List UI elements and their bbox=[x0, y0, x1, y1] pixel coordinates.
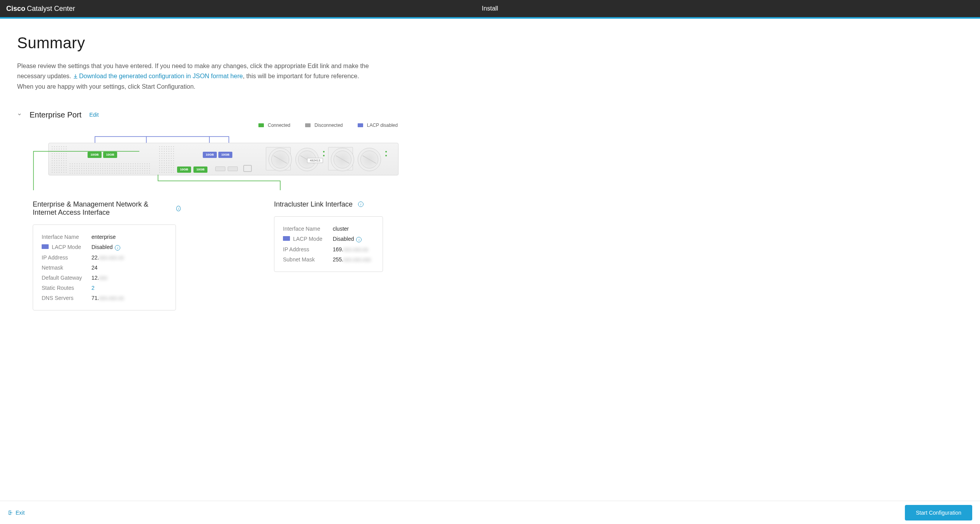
legend-connected: Connected bbox=[258, 123, 290, 128]
label: DNS Servers bbox=[42, 295, 91, 301]
vga-port bbox=[243, 165, 252, 172]
static-routes-link[interactable]: 2 bbox=[91, 285, 95, 291]
vent bbox=[69, 163, 151, 173]
download-config-link[interactable]: Download the generated configuration in … bbox=[73, 73, 243, 79]
vent bbox=[158, 145, 174, 173]
legend: Connected Disconnected LACP disabled bbox=[258, 123, 574, 128]
fan-icon bbox=[269, 148, 292, 171]
vent bbox=[51, 145, 67, 173]
port-10gb: 10GB bbox=[103, 152, 117, 158]
label: Default Gateway bbox=[42, 275, 91, 281]
cluster-card: Interface Namecluster LACP ModeDisabledi… bbox=[274, 216, 383, 272]
download-link-text: Download the generated configuration in … bbox=[79, 73, 243, 79]
value: Disabledi bbox=[91, 244, 120, 251]
status-led bbox=[385, 155, 387, 156]
lacp-swatch bbox=[42, 244, 49, 249]
label: Netmask bbox=[42, 265, 91, 271]
swatch-green bbox=[258, 123, 264, 127]
cluster-card-title: Intracluster Link Interface i bbox=[274, 200, 383, 209]
page-title: Summary bbox=[17, 34, 574, 52]
brand-light: Catalyst Center bbox=[27, 5, 75, 13]
lacp-swatch bbox=[283, 236, 290, 241]
mini-port bbox=[215, 166, 225, 171]
label: IP Address bbox=[283, 246, 333, 252]
swatch-grey bbox=[305, 123, 311, 127]
download-icon bbox=[73, 72, 78, 82]
app-header: Cisco Catalyst Center Install bbox=[0, 0, 980, 17]
label: Subnet Mask bbox=[283, 256, 333, 263]
label: Static Routes bbox=[42, 285, 91, 291]
enterprise-card-title: Enterprise & Management Network & Intern… bbox=[33, 200, 181, 217]
asset-tag: 482413 bbox=[307, 158, 323, 163]
brand-bold: Cisco bbox=[6, 5, 25, 13]
value: 169.xxx.xxx.xx bbox=[333, 246, 368, 252]
value: cluster bbox=[333, 226, 349, 232]
chassis-diagram: 10GB 10GB 10GB 10GB 10GB 10GB 482413 bbox=[33, 130, 383, 189]
label: IP Address bbox=[42, 254, 91, 261]
chevron-down-icon[interactable] bbox=[17, 112, 22, 118]
value: 22.xxx.xxx.xx bbox=[91, 254, 124, 261]
value: 71.xxx.xxx.xx bbox=[91, 295, 124, 301]
mini-port bbox=[228, 166, 238, 171]
info-icon[interactable]: i bbox=[356, 237, 362, 242]
status-led bbox=[323, 155, 325, 156]
port-10gb: 10GB bbox=[203, 152, 217, 158]
edit-link[interactable]: Edit bbox=[89, 112, 98, 118]
value: 255.xxx.xxx.xxx bbox=[333, 256, 371, 263]
enterprise-card: Interface Nameenterprise LACP ModeDisabl… bbox=[33, 224, 176, 310]
port-10gb: 10GB bbox=[177, 166, 191, 173]
status-led bbox=[385, 151, 387, 152]
label: Interface Name bbox=[42, 234, 91, 240]
chassis: 10GB 10GB 10GB 10GB 10GB 10GB 482413 bbox=[48, 143, 399, 175]
status-led bbox=[323, 151, 325, 152]
info-icon[interactable]: i bbox=[358, 202, 364, 207]
value: Disabledi bbox=[333, 236, 362, 242]
swatch-blue bbox=[358, 123, 363, 127]
cards-row: Enterprise & Management Network & Intern… bbox=[33, 200, 574, 310]
brand: Cisco Catalyst Center bbox=[6, 5, 75, 13]
intro-text: Please review the settings that you have… bbox=[17, 61, 375, 92]
legend-disconnected: Disconnected bbox=[305, 123, 343, 128]
label: LACP Mode bbox=[42, 244, 91, 250]
fan-icon bbox=[358, 148, 381, 171]
info-icon[interactable]: i bbox=[115, 245, 120, 251]
port-10gb: 10GB bbox=[218, 152, 232, 158]
value: 12.xxx bbox=[91, 275, 107, 281]
fan-icon bbox=[331, 148, 354, 171]
info-icon[interactable]: i bbox=[176, 206, 181, 211]
value: 24 bbox=[91, 265, 98, 271]
legend-lacp: LACP disabled bbox=[358, 123, 398, 128]
label: LACP Mode bbox=[283, 236, 333, 242]
header-page-label: Install bbox=[482, 5, 498, 12]
value: enterprise bbox=[91, 234, 116, 240]
port-10gb: 10GB bbox=[193, 166, 207, 173]
port-10gb: 10GB bbox=[88, 152, 102, 158]
section-header: Enterprise Port Edit bbox=[17, 110, 574, 119]
label: Interface Name bbox=[283, 226, 333, 232]
section-title: Enterprise Port bbox=[30, 110, 81, 119]
